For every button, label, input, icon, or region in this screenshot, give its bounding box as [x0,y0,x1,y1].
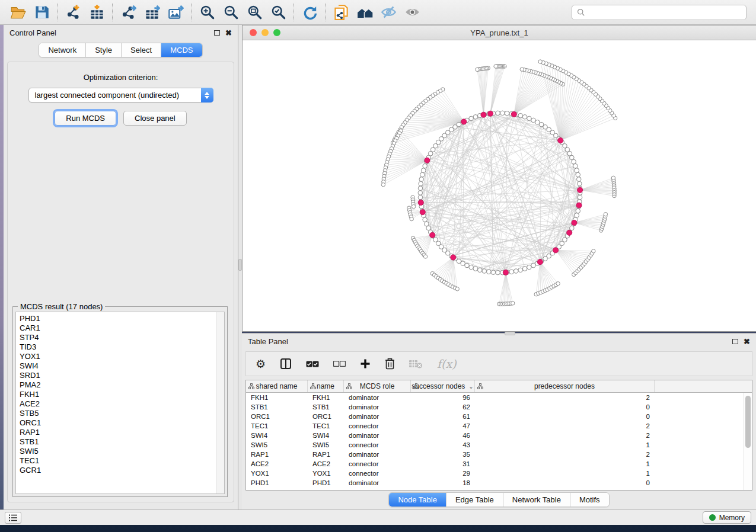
mcds-result-item[interactable]: SWI5 [20,447,213,456]
hide-selected-button[interactable] [377,2,400,23]
delete-row-icon[interactable] [385,358,395,370]
float-table-panel-icon[interactable] [732,339,738,344]
mcds-result-item[interactable]: SRD1 [20,371,213,380]
float-panel-icon[interactable] [214,30,220,36]
mcds-result-item[interactable]: ACE2 [20,399,213,409]
memory-button[interactable]: Memory [703,511,751,524]
zoom-fit-button[interactable] [243,2,266,23]
mcds-result-item[interactable]: RAP1 [20,428,213,437]
show-panels-button[interactable] [5,512,21,524]
tab-mcds[interactable]: MCDS [161,43,202,57]
first-neighbors-button[interactable] [353,2,377,23]
deselect-all-icon[interactable] [333,361,346,367]
show-columns-icon[interactable] [280,358,292,370]
table-row[interactable]: YOX1YOX1connector291 [246,469,744,478]
tab-network[interactable]: Network [39,43,86,57]
table-scrollbar-thumb[interactable] [745,396,751,448]
cell-successor-nodes: 29 [411,470,475,477]
table-panel: Table Panel ✖ ⚙f(x) shared namenameMCDS … [242,333,756,509]
table-splitter-grip[interactable] [505,332,515,335]
export-table-button[interactable] [140,2,164,23]
window-close-icon[interactable] [250,29,257,36]
show-all-icon [404,4,420,20]
table-row[interactable]: FKH1FKH1dominator962 [246,393,744,402]
column-header-MCDS-role[interactable]: MCDS role [344,380,411,392]
tab-edge-table[interactable]: Edge Table [446,493,503,507]
cell-successor-nodes: 62 [411,403,475,411]
tab-select[interactable]: Select [122,43,161,57]
save-session-button[interactable] [30,2,53,23]
mcds-result-item[interactable]: PMA2 [20,380,213,390]
tab-motifs[interactable]: Motifs [570,493,609,507]
column-header-predecessor-nodes[interactable]: predecessor nodes [475,380,655,392]
tab-node-table[interactable]: Node Table [389,493,446,507]
column-header-shared-name[interactable]: shared name [246,380,308,392]
optimization-criterion-label: Optimization criterion: [8,73,234,82]
mcds-result-item[interactable]: CAR1 [20,323,213,333]
cell-shared-name: ORC1 [246,413,308,420]
select-all-icon[interactable] [306,361,319,367]
table-row[interactable]: STB1STB1dominator620 [246,402,744,412]
search-input[interactable] [589,8,741,17]
mcds-result-item[interactable]: PHD1 [20,314,213,323]
table-row[interactable]: RAP1RAP1dominator352 [246,450,744,459]
search-box[interactable] [572,5,747,20]
close-panel-icon[interactable]: ✖ [225,30,232,36]
mcds-result-item[interactable]: TEC1 [20,456,213,466]
mcds-result-item[interactable]: GCR1 [20,466,213,475]
criterion-dropdown[interactable]: largest connected component (undirected) [28,88,213,102]
tab-style[interactable]: Style [86,43,122,57]
result-list-scrollbar[interactable] [216,312,224,493]
mcds-result-list[interactable]: PHD1CAR1STP4TID3YOX1SWI4SRD1PMA2FKH1ACE2… [15,312,225,494]
close-panel-button[interactable]: Close panel [123,111,187,126]
table-scrollbar[interactable] [744,393,752,490]
import-network-button[interactable] [61,2,85,23]
show-all-button[interactable] [400,2,424,23]
mcds-result-item[interactable]: STP4 [20,333,213,342]
run-mcds-button[interactable]: Run MCDS [55,111,116,126]
main-toolbar [0,0,756,25]
add-row-icon[interactable] [360,358,371,369]
network-titlebar[interactable]: YPA_prune.txt_1 [243,25,756,40]
mcds-result-item[interactable]: YOX1 [20,352,213,361]
mcds-result-item[interactable]: ORC1 [20,418,213,428]
column-header-name[interactable]: name [308,380,344,392]
zoom-selected-button[interactable] [266,2,290,23]
export-network-button[interactable] [116,2,140,23]
table-row[interactable]: ORC1ORC1dominator610 [246,412,744,421]
import-table-button[interactable] [85,2,109,23]
table-row[interactable]: SWI5SWI5connector431 [246,440,744,450]
window-minimize-icon[interactable] [261,29,269,36]
mcds-result-item[interactable]: STB1 [20,437,213,447]
mcds-result-item[interactable]: STB5 [20,409,213,418]
tab-network-table[interactable]: Network Table [503,493,570,507]
window-maximize-icon[interactable] [273,29,280,36]
zoom-out-button[interactable] [219,2,243,23]
mcds-result-item[interactable]: SWI4 [20,361,213,371]
table-row[interactable]: ACE2ACE2connector311 [246,459,744,469]
network-canvas[interactable] [243,40,756,331]
mcds-result-title: MCDS result (17 nodes) [18,302,105,311]
export-image-button[interactable] [164,2,187,23]
refresh-button[interactable] [298,2,321,23]
table-row[interactable]: TEC1TEC1connector472 [246,421,744,431]
mcds-result-item[interactable]: TID3 [20,342,213,352]
clone-network-button[interactable] [329,2,353,23]
cell-name: ACE2 [308,460,344,467]
cell-successor-nodes: 31 [411,460,475,467]
table-row[interactable]: PHD1PHD1dominator180 [246,478,744,488]
column-header-blank [655,380,752,392]
settings-gear-icon[interactable]: ⚙ [256,358,266,370]
cell-successor-nodes: 96 [411,394,475,401]
table-toolbar: ⚙f(x) [245,351,752,376]
column-header-successor-nodes[interactable]: successor nodes⌄ [411,380,475,392]
table-row[interactable]: SWI4SWI4dominator462 [246,431,744,440]
open-file-button[interactable] [6,2,30,23]
cell-shared-name: FKH1 [246,394,308,401]
mcds-result-item[interactable]: FKH1 [20,390,213,399]
close-table-panel-icon[interactable]: ✖ [744,339,750,345]
cell-mcds-role: connector [344,422,411,430]
column-type-icon [413,383,419,389]
network-graph[interactable] [243,40,756,331]
zoom-in-button[interactable] [195,2,219,23]
